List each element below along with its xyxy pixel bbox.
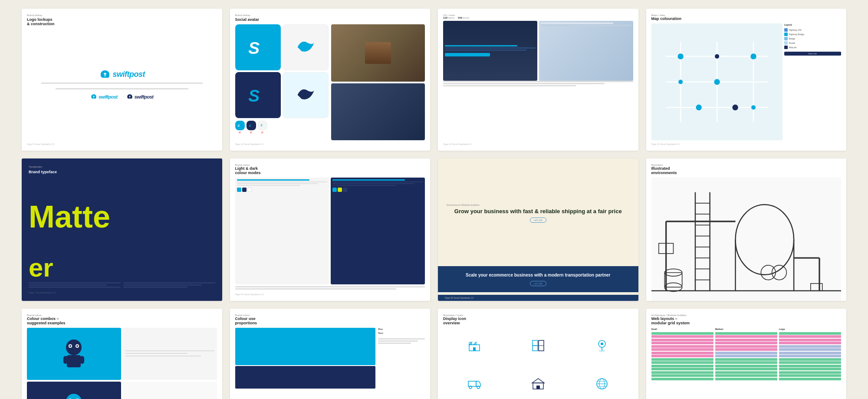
- prop-label-1: Blue: [378, 328, 425, 330]
- avatar-photos: [331, 24, 425, 140]
- icon-cell-truck: [467, 376, 482, 392]
- card-colour-combos[interactable]: Brand colour Colour combos –suggested ex…: [22, 309, 222, 399]
- avatar-x-1: S ✕: [235, 121, 245, 135]
- icon-cell-warehouse: [530, 376, 546, 392]
- grid-bar-l-11: [779, 365, 841, 367]
- light-bar-4: [237, 185, 300, 186]
- grid-col-medium: Medium 75: [715, 328, 777, 399]
- grid-bar-m-15: [715, 378, 777, 380]
- grid-bar-m-14: [715, 374, 777, 377]
- grow-cta-btn[interactable]: Let's talk: [530, 218, 546, 223]
- illus-svg: [651, 178, 842, 300]
- prop-desc: [378, 338, 425, 345]
- grid-bar-m-7: [715, 352, 777, 354]
- map-content-area: Legend Highway 150 Highway Bridge Bridge…: [651, 23, 842, 140]
- avatar-x-mark-2: ✕: [247, 131, 256, 135]
- card-web-layouts[interactable]: Architecture / Modular builders Web layo…: [646, 309, 847, 399]
- svg-rect-70: [533, 340, 538, 346]
- grid-bar-s-2: [651, 335, 713, 338]
- grid-bars-large: [779, 332, 841, 399]
- card-2-title: Social avatar: [235, 17, 425, 22]
- svg-point-54: [66, 394, 82, 399]
- combo-char-1-svg: [56, 336, 91, 371]
- grid-label-medium: Medium: [715, 328, 777, 330]
- ui-screenshot-light: [539, 21, 633, 81]
- combo-desc-3: [125, 356, 201, 356]
- card-map-colouration[interactable]: Maps / data Map colouration: [646, 9, 847, 151]
- card-colour-proportions[interactable]: Brand colour Colour useproportions Blue …: [230, 309, 431, 399]
- avatar-x-icon-3: S: [258, 121, 267, 130]
- grid-bar-s-4: [651, 342, 713, 344]
- light-bar-1: [237, 179, 309, 181]
- avatar-xs-dark-icon: S: [248, 123, 253, 128]
- card-ui-items[interactable]: UX / icons 128 items 549 icons: [438, 9, 638, 151]
- combo-char-3-svg: [56, 391, 91, 399]
- combo-cell-4: [123, 382, 217, 399]
- avatar-s-icon: S: [245, 35, 270, 60]
- legend-label-3: Bridge: [789, 37, 795, 40]
- grid-col-small: Small 320: [651, 328, 713, 399]
- swiftpost-logo-variants: swiftpost swiftpost: [90, 94, 154, 99]
- grid-bar-s-7: [651, 352, 713, 354]
- card-social-avatar[interactable]: Brand lockup Social avatar S S: [230, 9, 431, 151]
- svg-rect-52: [63, 356, 68, 364]
- grid-bar-s-10: [651, 361, 713, 364]
- avatar-x-3: S ✕: [258, 121, 267, 135]
- grid-bar-l-4: [779, 342, 841, 344]
- stat-2-val: 549: [458, 16, 462, 19]
- swiftpost-small-icon-2: [126, 94, 133, 99]
- warehouse-icon: [531, 377, 545, 391]
- legend-label-1: Highway 150: [789, 29, 802, 31]
- svg-rect-53: [80, 356, 84, 364]
- legend-color-1: [784, 28, 788, 32]
- ui-content-area: [443, 21, 633, 81]
- card-2-label: Brand lockup: [235, 14, 425, 16]
- prop-legend-area: Blue Navy: [378, 328, 425, 345]
- grid-bar-s-11: [651, 365, 713, 367]
- avatar-photo-preview: [365, 42, 391, 64]
- prop-label-2: Navy: [378, 332, 425, 334]
- card-logo-lockups[interactable]: Brand lockup Logo lockups& construction …: [22, 9, 222, 151]
- card-illustrated-environments[interactable]: Illustration Illustratedenvironments: [646, 158, 847, 300]
- grow-sub-headline: Scale your ecommerce business with a mod…: [445, 272, 631, 278]
- dark-swatch-yellow: [338, 188, 342, 192]
- combo-grid: [27, 328, 217, 399]
- card-display-icons[interactable]: Illustration / icons Display iconovervie…: [438, 309, 638, 399]
- grow-sub-cta[interactable]: Let's talk: [530, 281, 546, 286]
- card-3-stats: 128 items 549 icons: [443, 16, 633, 19]
- grid-bars-small: [651, 332, 713, 399]
- dark-mode-preview: [331, 178, 425, 284]
- desc-line: [56, 88, 188, 89]
- avatar-wing-icon: [293, 35, 318, 59]
- card-light-dark[interactable]: Brand colour Light & darkcolour modes: [230, 158, 431, 300]
- location-icon: [595, 339, 609, 353]
- avatar-icon-4: [283, 72, 329, 118]
- desc-line: [29, 287, 121, 288]
- avatar-s-dark-icon: S: [245, 82, 270, 108]
- swiftpost-text-main: swiftpost: [113, 70, 145, 79]
- avatar-icon-grid: S S: [235, 24, 329, 118]
- svg-rect-51: [67, 355, 81, 367]
- grid-bar-m-2: [715, 335, 777, 338]
- grid-label-small: Small: [651, 328, 713, 330]
- proportions-content: Blue Navy: [235, 328, 425, 399]
- combo-desc-2: [125, 353, 187, 354]
- combo-cell-1: [27, 328, 121, 380]
- desc-line: [41, 82, 203, 84]
- card-grow-business[interactable]: Ecommerce Module builders Grow your busi…: [438, 158, 638, 300]
- ui-light-content: [539, 21, 633, 81]
- desc-line: [443, 81, 633, 82]
- grid-bar-l-12: [779, 368, 841, 370]
- card-brand-typeface[interactable]: Typography Brand typeface Matte er Page …: [22, 158, 222, 300]
- ui-bar-3: [445, 49, 526, 51]
- icon-cell-boxes: [530, 338, 546, 353]
- svg-rect-67: [473, 347, 476, 351]
- svg-rect-83: [536, 386, 540, 389]
- card-4-title: Map colouration: [651, 16, 842, 21]
- svg-rect-69: [533, 346, 538, 351]
- grid-bar-s-6: [651, 348, 713, 351]
- swiftpost-small-icon-1: [90, 94, 97, 99]
- card-3-footer: Page 18 Visual Standards 2.0: [443, 143, 633, 145]
- ld-desc: [235, 286, 425, 290]
- avatar-wing-light-icon: [293, 82, 318, 107]
